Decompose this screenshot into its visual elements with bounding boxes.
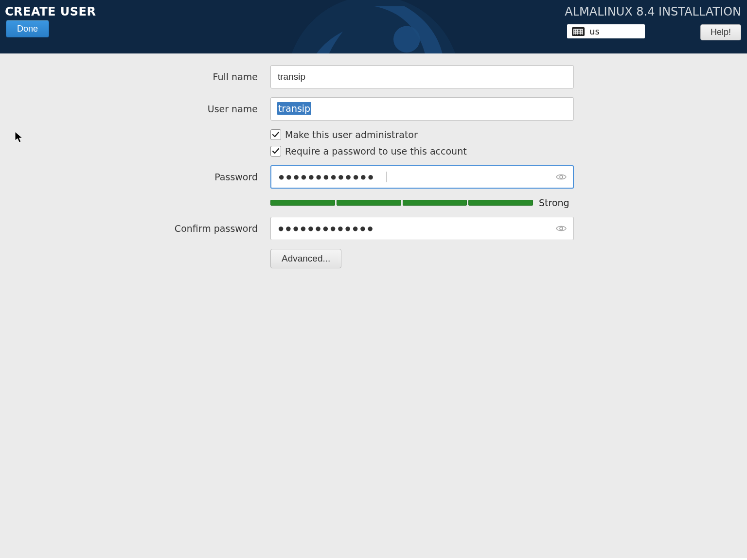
installer-header: CREATE USER Done ALMALINUX 8.4 INSTALLAT… [0, 0, 747, 53]
make-admin-checkbox-row[interactable]: Make this user administrator [270, 129, 574, 140]
confirm-password-label: Confirm password [0, 223, 258, 234]
bottom-strip [0, 558, 747, 560]
svg-point-1 [393, 26, 420, 52]
page-title: CREATE USER [5, 5, 96, 18]
help-button[interactable]: Help! [700, 24, 741, 40]
strength-segment [337, 200, 401, 206]
user-name-input[interactable] [270, 97, 574, 121]
svg-point-0 [287, 0, 461, 53]
full-name-label: Full name [0, 71, 258, 82]
full-name-input[interactable] [270, 65, 574, 88]
create-user-form: Full name User name transip Make this us… [0, 53, 747, 560]
require-password-checkbox[interactable] [270, 146, 281, 157]
checkmark-icon [272, 131, 280, 139]
done-button[interactable]: Done [6, 20, 49, 37]
user-name-label: User name [0, 104, 258, 114]
require-password-checkbox-row[interactable]: Require a password to use this account [270, 146, 574, 157]
password-strength-row: Strong [270, 197, 574, 208]
keyboard-icon [572, 27, 585, 36]
show-confirm-password-button[interactable] [554, 222, 568, 235]
password-label: Password [0, 172, 258, 182]
make-admin-checkbox[interactable] [270, 129, 281, 140]
password-strength-label: Strong [539, 197, 569, 208]
distro-logo-icon [271, 0, 476, 53]
advanced-button[interactable]: Advanced... [270, 249, 341, 268]
installation-title: ALMALINUX 8.4 INSTALLATION [565, 5, 741, 18]
eye-icon [555, 223, 567, 234]
show-password-button[interactable] [554, 170, 568, 184]
password-strength-bar [270, 200, 533, 206]
keyboard-layout-label: us [589, 26, 600, 36]
strength-segment [270, 200, 335, 206]
password-input[interactable] [270, 165, 574, 189]
strength-segment [403, 200, 467, 206]
confirm-password-input[interactable] [270, 217, 574, 240]
require-password-label: Require a password to use this account [285, 146, 467, 157]
keyboard-layout-indicator[interactable]: us [567, 24, 645, 38]
checkmark-icon [272, 147, 280, 155]
svg-point-2 [560, 175, 563, 178]
eye-icon [555, 171, 567, 183]
strength-segment [468, 200, 533, 206]
svg-point-3 [560, 227, 563, 230]
make-admin-label: Make this user administrator [285, 129, 418, 140]
